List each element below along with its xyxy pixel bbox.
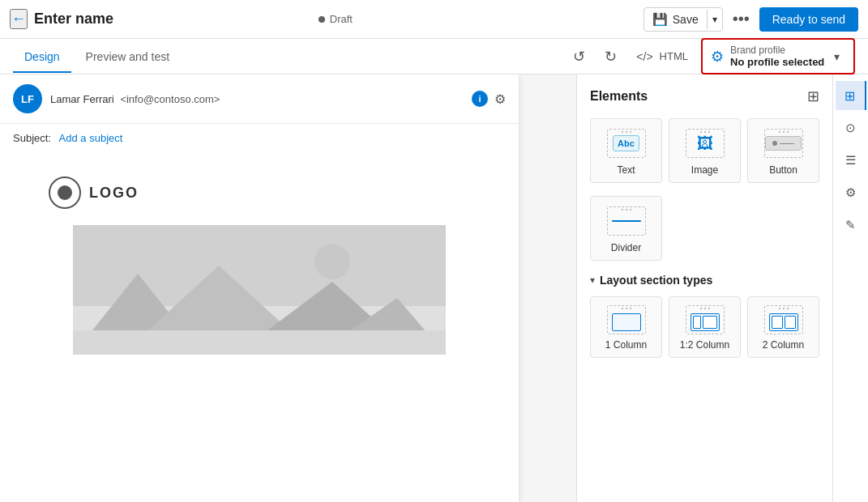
layout-12col[interactable]: 1:2 Column xyxy=(669,296,741,358)
style-icon: ✎ xyxy=(845,218,856,232)
info-button[interactable]: i xyxy=(472,91,488,107)
element-text[interactable]: Abc Text xyxy=(590,118,662,183)
brand-profile-chevron-icon: ▾ xyxy=(834,50,840,63)
personalize-icon: ⚙ xyxy=(845,185,856,200)
12col-label: 1:2 Column xyxy=(680,339,729,351)
divider-element-label: Divider xyxy=(611,242,641,253)
subject-label: Subject: xyxy=(13,132,51,144)
more-options-button[interactable]: ••• xyxy=(728,6,755,32)
draft-dot xyxy=(319,16,325,23)
logo-icon xyxy=(49,177,81,209)
code-icon: </> xyxy=(636,50,652,63)
email-image-placeholder[interactable] xyxy=(73,225,446,355)
2col-label: 2 Column xyxy=(763,339,804,351)
2col-preview xyxy=(764,305,803,334)
divider-icon xyxy=(612,220,641,222)
brand-profile-label: Brand profile xyxy=(730,45,824,56)
save-disk-icon: 💾 xyxy=(652,12,668,27)
layout-section-title: Layout section types xyxy=(600,274,712,287)
1col-label: 1 Column xyxy=(605,339,647,351)
divider-element-preview xyxy=(607,206,646,236)
html-label: HTML xyxy=(660,50,688,62)
avatar: LF xyxy=(13,84,42,113)
draft-status: Draft xyxy=(319,13,353,25)
element-image[interactable]: 🖼 Image xyxy=(669,118,741,183)
right-panel: Elements ⊞ Abc Te xyxy=(576,74,868,502)
sidebar-layout-button[interactable]: ⊞ xyxy=(836,81,866,110)
undo-button[interactable]: ↺ xyxy=(567,45,592,69)
contacts-icon: ⊙ xyxy=(845,121,856,135)
page-title: Enter name xyxy=(34,11,312,28)
button-icon: —— xyxy=(765,136,802,151)
logo-text: LOGO xyxy=(89,185,139,202)
subject-input[interactable]: Add a subject xyxy=(59,132,123,144)
from-name: Lamar Ferrari <info@contoso.com> xyxy=(50,93,220,105)
draft-label: Draft xyxy=(330,13,353,25)
abc-icon: Abc xyxy=(613,135,639,151)
tab-preview[interactable]: Preview and test xyxy=(75,40,182,73)
image-icon: 🖼 xyxy=(697,134,713,153)
elements-panel: Elements ⊞ Abc Te xyxy=(577,74,832,502)
layout-section-header[interactable]: ▾ Layout section types xyxy=(590,274,819,287)
icon-sidebar: ⊞ ⊙ ☰ ⚙ ✎ xyxy=(832,74,868,502)
email-header: LF Lamar Ferrari <info@contoso.com> i xyxy=(0,74,519,124)
redo-button[interactable]: ↻ xyxy=(598,45,623,69)
email-subject-row: Subject: Add a subject xyxy=(0,124,519,152)
brand-profile-value: No profile selected xyxy=(730,56,824,68)
text-element-preview: Abc xyxy=(607,129,646,158)
ellipsis-icon: ••• xyxy=(733,10,750,28)
panel-header: Elements ⊞ xyxy=(590,87,819,105)
logo-area: LOGO xyxy=(49,177,139,209)
sidebar-contacts-button[interactable]: ⊙ xyxy=(836,113,866,143)
ready-to-send-button[interactable]: Ready to send xyxy=(759,7,858,32)
1col-preview xyxy=(607,305,646,334)
email-from-row: LF Lamar Ferrari <info@contoso.com> i xyxy=(13,84,506,113)
brand-profile-button[interactable]: ⚙ Brand profile No profile selected ▾ xyxy=(701,38,855,74)
email-card: LF Lamar Ferrari <info@contoso.com> i xyxy=(0,74,519,502)
conditions-icon: ☰ xyxy=(845,153,856,168)
panel-title: Elements xyxy=(590,89,648,104)
save-dropdown-button[interactable]: ▾ xyxy=(707,10,722,29)
layout-section-chevron-icon: ▾ xyxy=(590,274,595,286)
save-button-group: 💾 Save ▾ xyxy=(644,7,723,32)
button-element-label: Button xyxy=(769,164,797,176)
from-email: <info@contoso.com> xyxy=(120,93,220,105)
elements-grid-row2: Divider xyxy=(590,196,819,261)
chevron-down-icon: ▾ xyxy=(712,14,717,25)
gear-settings-icon: ⚙ xyxy=(494,92,506,106)
sidebar-style-button[interactable]: ✎ xyxy=(836,211,866,240)
settings-button[interactable]: ⚙ xyxy=(494,91,506,107)
html-button[interactable]: </> HTML xyxy=(630,47,695,66)
layout-sidebar-icon: ⊞ xyxy=(844,88,855,104)
tabbar: Design Preview and test ↺ ↻ </> HTML ⚙ B… xyxy=(0,39,868,74)
back-button[interactable]: ← xyxy=(10,9,28,29)
email-canvas[interactable]: LF Lamar Ferrari <info@contoso.com> i xyxy=(0,74,576,502)
email-body: LOGO xyxy=(0,152,519,379)
save-button[interactable]: 💾 Save xyxy=(644,8,707,31)
canvas-outer: LF Lamar Ferrari <info@contoso.com> i xyxy=(0,74,576,502)
topbar: ← Enter name Draft 💾 Save ▾ ••• Ready to… xyxy=(0,0,868,39)
panel-expand-button[interactable]: ⊞ xyxy=(807,87,819,105)
tabbar-tools: ↺ ↻ </> HTML ⚙ Brand profile No profile … xyxy=(567,38,855,74)
expand-icon: ⊞ xyxy=(807,88,819,104)
button-element-preview: —— xyxy=(764,129,803,158)
topbar-actions: 💾 Save ▾ ••• Ready to send xyxy=(644,6,858,32)
main-content: LF Lamar Ferrari <info@contoso.com> i xyxy=(0,74,868,502)
tab-design[interactable]: Design xyxy=(13,40,71,73)
sidebar-conditions-button[interactable]: ☰ xyxy=(836,146,866,175)
12col-preview xyxy=(686,305,725,334)
element-divider[interactable]: Divider xyxy=(590,196,662,261)
layout-2col[interactable]: 2 Column xyxy=(747,296,819,358)
elements-grid: Abc Text 🖼 Image xyxy=(590,118,819,183)
text-element-label: Text xyxy=(617,164,635,176)
svg-rect-7 xyxy=(73,330,446,355)
sidebar-personalize-button[interactable]: ⚙ xyxy=(836,178,866,207)
svg-point-2 xyxy=(314,244,350,279)
image-element-label: Image xyxy=(691,164,718,176)
layout-1col[interactable]: 1 Column xyxy=(590,296,662,358)
layout-grid: 1 Column 1:2 C xyxy=(590,296,819,358)
gear-icon: ⚙ xyxy=(711,48,724,66)
save-label: Save xyxy=(673,13,699,26)
element-button[interactable]: —— Button xyxy=(747,118,819,183)
redo-icon: ↻ xyxy=(605,49,617,65)
